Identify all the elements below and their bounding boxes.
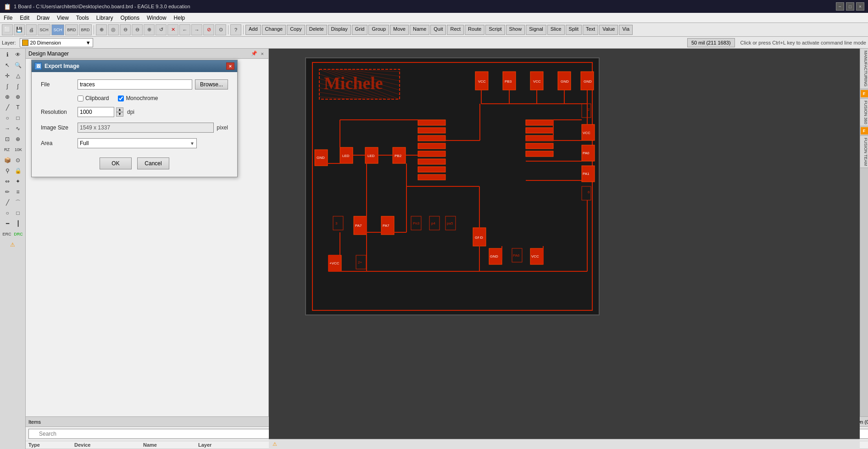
add-button[interactable]: Add [245, 25, 261, 35]
file-input[interactable] [78, 79, 192, 90]
back-button[interactable]: ← [179, 24, 190, 35]
change-button[interactable]: Change [262, 25, 286, 35]
dm-close-button[interactable]: × [259, 51, 266, 56]
eye-tool[interactable]: 👁 [13, 50, 23, 60]
menu-file[interactable]: File [0, 14, 16, 22]
quit-button[interactable]: Quit [430, 25, 446, 35]
signal-button[interactable]: Signal [526, 25, 546, 35]
zoom-fit-button[interactable]: ◎ [108, 24, 119, 35]
menu-view[interactable]: View [53, 14, 72, 22]
zoom-out2-button[interactable]: ⊖ [132, 24, 143, 35]
rect-button[interactable]: Rect [447, 25, 464, 35]
save-button[interactable]: 💾 [14, 24, 25, 35]
drc-tool[interactable]: DRC [13, 229, 24, 239]
grid-button[interactable]: Grid [352, 25, 368, 35]
delete-button[interactable]: Delete [306, 25, 327, 35]
copy2-tool[interactable]: ⊕ [13, 92, 23, 102]
select-tool[interactable]: ↖ [2, 60, 12, 70]
cancel-button[interactable]: Cancel [137, 157, 169, 169]
resolution-down-button[interactable]: ▼ [116, 112, 123, 117]
clipboard-checkbox[interactable] [78, 95, 83, 101]
close-button[interactable]: × [856, 2, 864, 11]
group2-tool[interactable]: ⊡ [2, 134, 12, 144]
name-button[interactable]: Name [410, 25, 429, 35]
wave2-tool[interactable]: ⌒ [13, 197, 23, 208]
slice-button[interactable]: Slice [547, 25, 565, 35]
split-button[interactable]: Split [566, 25, 582, 35]
move-tool[interactable]: ✛ [2, 71, 12, 81]
erc-tool[interactable]: ERC [1, 229, 12, 239]
angle-tool[interactable]: △ [13, 71, 23, 81]
hline-tool[interactable]: ━ [2, 219, 12, 229]
export-close-button[interactable]: × [226, 62, 234, 70]
value-button[interactable]: Value [599, 25, 618, 35]
menu-tools[interactable]: Tools [72, 14, 93, 22]
zoom-tool[interactable]: 🔍 [13, 60, 23, 70]
zoom-in-button[interactable]: ⊕ [96, 24, 107, 35]
menu-options[interactable]: Options [117, 14, 143, 22]
10k-tool[interactable]: 10K [13, 145, 24, 155]
arc-tool[interactable]: ∫ [2, 81, 12, 91]
resolution-up-button[interactable]: ▲ [116, 107, 123, 112]
reload-button[interactable]: ⊙ [215, 24, 226, 35]
clipboard-checkbox-label[interactable]: Clipboard [78, 95, 109, 101]
rect2-tool[interactable]: □ [13, 113, 23, 123]
route-button[interactable]: Route [465, 25, 484, 35]
group-button[interactable]: Group [368, 25, 389, 35]
minimize-button[interactable]: − [836, 2, 844, 11]
lock-tool[interactable]: 🔒 [13, 166, 23, 176]
menu-help[interactable]: Help [170, 14, 189, 22]
area-dropdown[interactable]: Full ▼ [78, 138, 197, 148]
forward-button[interactable]: → [191, 24, 202, 35]
zoom-area-button[interactable]: ⊕ [144, 24, 155, 35]
via-button[interactable]: Via [619, 25, 633, 35]
zoom-out1-button[interactable]: ⊖ [120, 24, 131, 35]
manufacturing-badge-f[interactable]: F [861, 90, 868, 97]
resolution-input[interactable] [78, 107, 114, 117]
script-button[interactable]: Script [485, 25, 505, 35]
rect3-tool[interactable]: □ [13, 208, 23, 218]
brd-button1[interactable]: BRD [65, 24, 78, 35]
monochrome-checkbox[interactable] [118, 95, 124, 101]
print-button[interactable]: 🖨 [26, 24, 37, 35]
no-button[interactable]: ⊘ [203, 24, 214, 35]
move-button[interactable]: Move [390, 25, 409, 35]
sch-button2[interactable]: SCH [51, 24, 64, 35]
circle-tool[interactable]: ○ [2, 113, 12, 123]
wire-tool[interactable]: ╱ [2, 102, 12, 112]
copy-button[interactable]: Copy [287, 25, 305, 35]
info-tool[interactable]: ℹ [2, 50, 12, 60]
image-size-input[interactable] [78, 123, 214, 133]
display-button[interactable]: Display [328, 25, 351, 35]
browse-button[interactable]: Browse... [195, 79, 228, 90]
warning-tool[interactable]: ⚠ [8, 240, 18, 250]
layer2-tool[interactable]: ≡ [13, 187, 23, 197]
layer-select[interactable]: 20 Dimension ▼ [20, 38, 93, 47]
menu-edit[interactable]: Edit [16, 14, 33, 22]
move2-tool[interactable]: ⊕ [2, 92, 12, 102]
help-button[interactable]: ? [230, 24, 241, 35]
text2-tool[interactable]: T [13, 102, 23, 112]
menu-window[interactable]: Window [143, 14, 170, 22]
dm-pin-button[interactable]: 📌 [249, 51, 259, 56]
circle2-tool[interactable]: ○ [2, 208, 12, 218]
brd-button2[interactable]: BRD [79, 24, 92, 35]
monochrome-checkbox-label[interactable]: Monochrome [118, 95, 158, 101]
ok-button[interactable]: OK [100, 157, 132, 169]
drill-tool[interactable]: ⊕ [13, 134, 23, 144]
pkg-tool[interactable]: 📦 [2, 155, 12, 165]
text-button[interactable]: Text [583, 25, 598, 35]
line-tool[interactable]: ╱ [2, 197, 12, 208]
rz-tool[interactable]: RZ [1, 145, 12, 155]
via2-tool[interactable]: ⊙ [13, 155, 23, 165]
wave-tool[interactable]: ∿ [13, 123, 23, 134]
fusion360-badge-f[interactable]: F [861, 127, 868, 135]
pen-tool[interactable]: ✏ [2, 187, 12, 197]
route2-tool[interactable]: → [2, 123, 12, 134]
stop-button[interactable]: ✕ [167, 24, 178, 35]
sch-button1[interactable]: SCH [38, 24, 50, 35]
menu-draw[interactable]: Draw [33, 14, 53, 22]
measure-tool[interactable]: ⇔ [2, 176, 12, 186]
arc2-tool[interactable]: ∫ [13, 81, 23, 91]
show-button[interactable]: Show [506, 25, 525, 35]
